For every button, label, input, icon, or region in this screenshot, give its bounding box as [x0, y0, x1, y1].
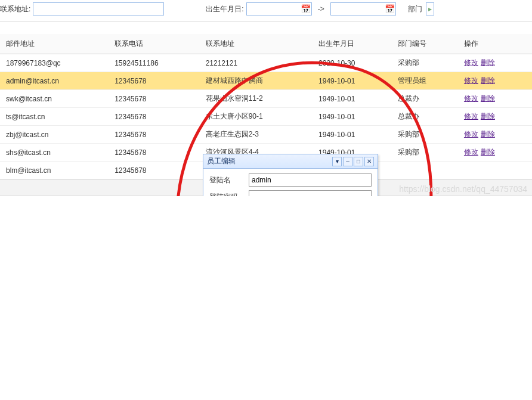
cell-email: ts@itcast.cn	[0, 108, 109, 126]
delete-link[interactable]: 删除	[481, 130, 495, 138]
cell-email: swk@itcast.cn	[0, 90, 109, 108]
col-dept[interactable]: 部门编号	[392, 34, 458, 54]
cell-address: 东土大唐小区90-1	[200, 108, 313, 126]
cell-dept: 采购部	[392, 126, 458, 144]
col-birth[interactable]: 出生年月日	[313, 34, 392, 54]
input-login[interactable]	[249, 173, 372, 187]
cell-phone: 12345678	[109, 90, 200, 108]
range-arrow: ->	[314, 5, 328, 13]
cell-dept: 管理员组	[392, 72, 458, 90]
label-login: 登陆名	[209, 175, 245, 185]
table-row[interactable]: ts@itcast.cn12345678东土大唐小区90-11949-10-01…	[0, 108, 532, 126]
filter-dept-dropdown[interactable]: ▸	[426, 2, 434, 15]
filter-bar: 联系地址: 出生年月日: 📅 -> 📅 部门 ▸	[0, 0, 532, 22]
dialog-body: 登陆名 登陆密码 真实姓名 性别 女 男 邮件	[203, 169, 378, 196]
edit-link[interactable]: 修改	[464, 148, 478, 156]
cell-phone: 15924511186	[109, 54, 200, 72]
cell-dept: 总裁办	[392, 108, 458, 126]
cell-dept: 采购部	[392, 54, 458, 72]
edit-link[interactable]: 修改	[464, 130, 478, 138]
cell-ops	[458, 162, 532, 179]
cell-email: 1879967183@qc	[0, 54, 109, 72]
col-address[interactable]: 联系地址	[200, 34, 313, 54]
cell-birth: 1949-10-01	[313, 108, 392, 126]
delete-link[interactable]: 删除	[481, 58, 495, 67]
cell-phone: 12345678	[109, 144, 200, 162]
cell-email: zbj@itcast.cn	[0, 126, 109, 144]
cell-phone: 12345678	[109, 126, 200, 144]
filter-address-input[interactable]	[33, 2, 164, 15]
filter-birth: 出生年月日: 📅 -> 📅	[206, 2, 395, 15]
table-row[interactable]: zbj@itcast.cn12345678高老庄生态园2-31949-10-01…	[0, 126, 532, 144]
cell-email: blm@itcast.cn	[0, 162, 109, 179]
cell-email: shs@itcast.cn	[0, 144, 109, 162]
filter-dept: 部门 ▸	[408, 2, 434, 15]
cell-dept: 采购部	[392, 144, 458, 162]
filter-birth-to[interactable]: 📅	[330, 2, 396, 15]
cell-dept: 总裁办	[392, 90, 458, 108]
cell-phone: 12345678	[109, 72, 200, 90]
cell-birth: 1949-10-01	[313, 72, 392, 90]
cell-address: 建材城西路中腾商	[200, 72, 313, 90]
input-password[interactable]	[249, 190, 372, 196]
filter-birth-label: 出生年月日:	[206, 4, 243, 14]
filter-dept-label: 部门	[408, 4, 422, 14]
cell-phone: 12345678	[109, 108, 200, 126]
cell-birth: 1949-10-01	[313, 90, 392, 108]
calendar-icon[interactable]: 📅	[385, 4, 395, 14]
cell-address: 花果山水帘洞11-2	[200, 90, 313, 108]
cell-ops: 修改删除	[458, 72, 532, 90]
cell-address: 高老庄生态园2-3	[200, 126, 313, 144]
employee-edit-dialog: 员工编辑 ▾ – □ ✕ 登陆名 登陆密码 真实姓名 性别 女	[203, 154, 378, 196]
collapse-icon[interactable]: ▾	[332, 157, 342, 166]
delete-link[interactable]: 删除	[481, 94, 495, 103]
filter-address: 联系地址:	[0, 2, 164, 15]
cell-birth: 2020-10-30	[313, 54, 392, 72]
filter-birth-from[interactable]: 📅	[246, 2, 312, 15]
filter-address-label: 联系地址:	[0, 4, 30, 14]
cell-ops: 修改删除	[458, 126, 532, 144]
cell-ops: 修改删除	[458, 108, 532, 126]
edit-link[interactable]: 修改	[464, 76, 478, 85]
col-ops[interactable]: 操作	[458, 34, 532, 54]
edit-link[interactable]: 修改	[464, 58, 478, 67]
watermark: https://blog.csdn.net/qq_44757034	[399, 184, 527, 194]
cell-ops: 修改删除	[458, 90, 532, 108]
col-email[interactable]: 邮件地址	[0, 34, 109, 54]
filter-birth-to-input[interactable]	[331, 3, 385, 15]
minimize-icon[interactable]: –	[343, 157, 352, 166]
dialog-title-bar[interactable]: 员工编辑 ▾ – □ ✕	[203, 154, 378, 169]
edit-link[interactable]: 修改	[464, 94, 478, 103]
delete-link[interactable]: 删除	[481, 148, 495, 156]
maximize-icon[interactable]: □	[354, 157, 363, 166]
cell-birth: 1949-10-01	[313, 126, 392, 144]
close-icon[interactable]: ✕	[364, 157, 374, 166]
delete-link[interactable]: 删除	[481, 76, 495, 85]
label-password: 登陆密码	[209, 192, 245, 197]
cell-ops: 修改删除	[458, 54, 532, 72]
cell-email: admin@itcast.cn	[0, 72, 109, 90]
col-phone[interactable]: 联系电话	[109, 34, 200, 54]
table-row[interactable]: swk@itcast.cn12345678花果山水帘洞11-21949-10-0…	[0, 90, 532, 108]
edit-link[interactable]: 修改	[464, 112, 478, 120]
cell-phone: 12345678	[109, 162, 200, 179]
table-row[interactable]: admin@itcast.cn12345678建材城西路中腾商1949-10-0…	[0, 72, 532, 90]
calendar-icon[interactable]: 📅	[301, 4, 311, 14]
cell-address: 21212121	[200, 54, 313, 72]
table-header-row: 邮件地址 联系电话 联系地址 出生年月日 部门编号 操作	[0, 34, 532, 54]
dialog-title: 员工编辑	[207, 156, 332, 166]
cell-dept	[392, 162, 458, 179]
dialog-tools: ▾ – □ ✕	[332, 157, 374, 166]
cell-ops: 修改删除	[458, 144, 532, 162]
table-row[interactable]: 1879967183@qc15924511186212121212020-10-…	[0, 54, 532, 72]
delete-link[interactable]: 删除	[481, 112, 495, 120]
filter-birth-from-input[interactable]	[247, 3, 301, 15]
